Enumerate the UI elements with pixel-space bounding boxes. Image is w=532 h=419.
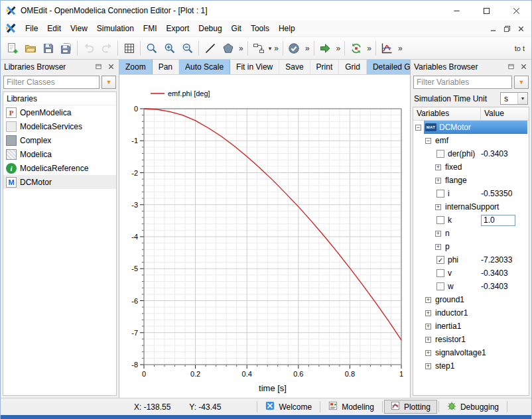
variable-checkbox[interactable] [436,216,444,224]
redo-icon[interactable] [98,39,115,57]
reset-zoom-icon[interactable] [143,39,161,57]
expand-icon[interactable]: + [425,324,431,329]
variable-checkbox[interactable] [436,269,444,277]
library-item-modelicareference[interactable]: iModelicaReference [3,161,116,175]
variable-row-inductor1[interactable]: +inductor1 [413,306,529,320]
collapse-icon[interactable]: − [415,125,421,131]
menu-edit[interactable]: Edit [42,21,66,36]
library-item-openmodelica[interactable]: POpenModelica [3,105,116,119]
save-icon[interactable] [39,39,57,57]
expand-icon[interactable]: + [425,310,431,316]
menu-export[interactable]: Export [162,21,194,36]
plot-tool-detailed-grid[interactable]: Detailed Grid [367,60,410,74]
close-button[interactable] [501,1,531,21]
plot-tool-print[interactable]: Print [310,60,340,74]
mdi-restore-button[interactable] [501,23,513,34]
plot-tool-fit-in-view[interactable]: Fit in View [230,60,279,74]
filter-options-button[interactable]: ▼ [101,76,116,89]
plot-tool-save[interactable]: Save [279,60,310,74]
variable-row-derphi[interactable]: der(phi)-0.3403 [413,147,529,160]
menu-file[interactable]: File [21,21,42,36]
new-modelica-class-icon[interactable] [3,39,21,57]
menu-simulation[interactable]: Simulation [92,21,139,36]
plot-tool-auto-scale[interactable]: Auto Scale [179,60,230,74]
new-plot-window-icon[interactable] [378,39,396,57]
save-all-icon[interactable] [57,39,75,57]
grid-icon[interactable] [120,39,138,57]
perspective-welcome-button[interactable]: Welcome [259,400,318,414]
library-item-modelica[interactable]: Modelica [3,147,116,161]
mdi-close-button[interactable] [515,23,527,34]
perspective-modeling-button[interactable]: Modeling [322,400,381,414]
plot-tool-grid[interactable]: Grid [339,60,367,74]
variable-row-v[interactable]: v-0.3403 [413,267,529,280]
library-item-complex[interactable]: Complex [3,133,116,147]
variable-checkbox[interactable] [436,150,444,158]
plot-tool-zoom[interactable]: Zoom [119,60,153,74]
variable-row-w[interactable]: w-0.3403 [413,280,529,293]
minimize-button[interactable] [442,1,472,21]
variable-row-k[interactable]: k1.0 [413,213,529,227]
transition-mode-icon[interactable] [250,39,268,57]
value-edit-field[interactable]: 1.0 [481,215,515,226]
filter-options-button[interactable]: ▼ [514,76,529,89]
variable-row-resistor1[interactable]: +resistor1 [413,333,529,346]
variable-row-n[interactable]: +n [413,227,529,240]
toolbar-overflow-button[interactable]: » [237,44,245,53]
toolbar-overflow-button[interactable]: » [272,44,281,53]
open-model-icon[interactable] [21,39,39,57]
polygon-tool-icon[interactable] [219,39,237,57]
variable-row-fixed[interactable]: +fixed [413,160,529,174]
menu-debug[interactable]: Debug [194,21,226,36]
expand-icon[interactable]: + [435,244,441,250]
panel-float-icon[interactable] [94,62,103,72]
toolbar-overflow-button[interactable]: » [334,44,343,53]
panel-float-icon[interactable] [506,62,515,72]
variable-checkbox[interactable]: ✓ [436,256,444,264]
variable-row-phi[interactable]: ✓phi-7.23033 [413,253,529,267]
menu-view[interactable]: View [66,21,92,36]
variable-row-flange[interactable]: +flange [413,174,529,187]
filter-classes-input[interactable] [3,76,100,89]
variable-row-p[interactable]: +p [413,240,529,253]
toolbar-overflow-button[interactable]: » [365,44,373,53]
variable-row-i[interactable]: i-0.53350 [413,187,529,200]
line-tool-icon[interactable] [201,39,219,57]
plot-canvas[interactable]: 00.20.40.60.810-1-2-3-4-5-6-7-8emf.phi [… [120,76,409,398]
plot-tool-pan[interactable]: Pan [153,60,179,74]
variable-checkbox[interactable] [436,190,444,198]
variable-row-ground1[interactable]: +ground1 [413,293,529,306]
variable-row-internalsupport[interactable]: +internalSupport [413,200,529,213]
toolbar-overflow-button[interactable]: » [396,44,405,53]
expand-icon[interactable]: + [425,350,431,356]
menu-tools[interactable]: Tools [246,21,274,36]
toolbar-overflow-button[interactable]: » [303,44,312,53]
check-model-icon[interactable] [285,39,303,57]
expand-icon[interactable]: + [435,231,441,237]
expand-icon[interactable]: + [435,178,441,184]
maximize-button[interactable] [472,1,501,21]
variable-row-inertia1[interactable]: +inertia1 [413,320,529,333]
perspective-plotting-button[interactable]: Plotting [384,400,437,414]
menu-git[interactable]: Git [227,21,246,36]
zoom-in-icon[interactable] [161,39,178,57]
variable-row-step1[interactable]: +step1 [413,359,529,373]
panel-close-icon[interactable] [106,62,115,72]
variable-checkbox[interactable] [436,282,444,290]
library-item-dcmotor[interactable]: MDCMotor [3,175,116,189]
legend-label[interactable]: emf.phi [deg] [168,90,210,97]
library-item-modelicaservices[interactable]: ModelicaServices [3,119,116,133]
undo-icon[interactable] [80,39,98,57]
variable-row-signalvoltage1[interactable]: +signalvoltage1 [413,346,529,359]
variable-row-emf[interactable]: −emf [413,134,529,147]
time-unit-combobox[interactable]: s ▾ [500,92,528,105]
collapse-icon[interactable]: − [425,138,431,144]
mdi-minimize-button[interactable] [487,23,499,34]
expand-icon[interactable]: + [425,337,431,343]
menu-help[interactable]: Help [274,21,300,36]
perspective-debugging-button[interactable]: Debugging [440,400,505,414]
expand-icon[interactable]: + [435,204,441,210]
column-header-value[interactable]: Value [481,107,529,120]
menu-fmi[interactable]: FMI [139,21,162,36]
expand-icon[interactable]: + [425,363,431,369]
